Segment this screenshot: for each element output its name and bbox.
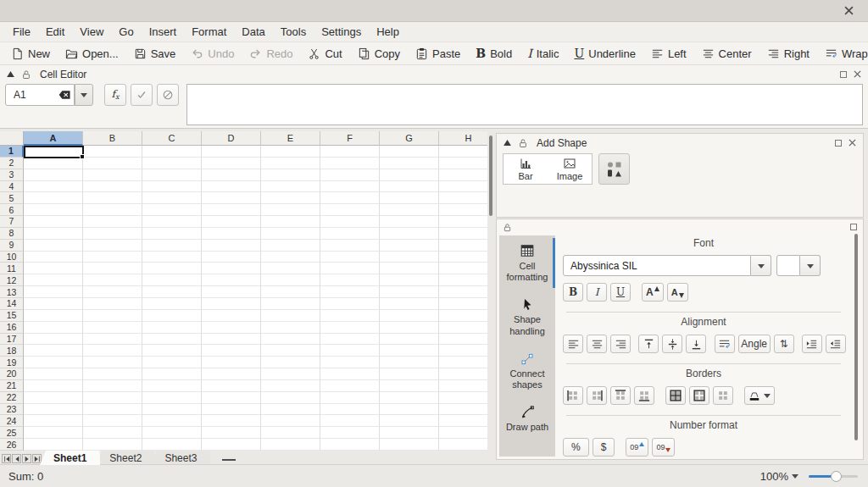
menu-insert[interactable]: Insert <box>142 23 185 41</box>
cell-F16[interactable] <box>320 322 380 334</box>
cell-C21[interactable] <box>142 380 202 392</box>
cell-B21[interactable] <box>83 380 142 392</box>
wrap-text-button[interactable] <box>715 335 735 353</box>
cell-C8[interactable] <box>142 228 202 240</box>
panel-tab-cell-formatting[interactable]: Cell formatting <box>499 235 555 291</box>
cell-B18[interactable] <box>83 345 142 357</box>
row-header-24[interactable]: 24 <box>0 415 24 427</box>
cell-D9[interactable] <box>202 240 261 252</box>
cell-G23[interactable] <box>380 404 439 416</box>
cell-G12[interactable] <box>380 274 439 286</box>
valign-middle-button[interactable] <box>662 335 682 353</box>
toolbar-button-italic[interactable]: IItalic <box>520 42 566 64</box>
cell-B2[interactable] <box>83 158 142 169</box>
row-header-2[interactable]: 2 <box>0 158 24 169</box>
cell-D10[interactable] <box>202 252 261 263</box>
cell-D8[interactable] <box>202 228 261 240</box>
cell-F11[interactable] <box>320 263 380 274</box>
cell-C15[interactable] <box>142 310 202 322</box>
cell-A5[interactable] <box>24 192 83 204</box>
cell-F7[interactable] <box>320 216 380 228</box>
cell-H10[interactable] <box>439 252 487 263</box>
cell-C3[interactable] <box>142 169 202 181</box>
zoom-slider[interactable] <box>809 471 858 482</box>
currency-button[interactable]: $ <box>593 438 615 457</box>
cell-E22[interactable] <box>261 392 320 404</box>
precision-decrease-button[interactable]: 09 <box>652 438 675 457</box>
cell-H13[interactable] <box>439 286 487 298</box>
cell-C12[interactable] <box>142 274 202 286</box>
last-sheet-button[interactable] <box>32 454 42 463</box>
cell-C14[interactable] <box>142 298 202 310</box>
row-header-6[interactable]: 6 <box>0 204 24 216</box>
valign-top-button[interactable] <box>638 335 659 353</box>
cell-B9[interactable] <box>83 240 142 252</box>
cell-A16[interactable] <box>24 322 83 334</box>
font-size-increase-button[interactable]: A <box>642 283 664 302</box>
cell-G19[interactable] <box>380 357 439 368</box>
float-panel-icon[interactable] <box>850 224 857 230</box>
cell-D23[interactable] <box>202 404 261 416</box>
sheet-tab-sheet3[interactable]: Sheet3 <box>151 451 210 465</box>
cell-D7[interactable] <box>202 216 261 228</box>
cell-D22[interactable] <box>202 392 261 404</box>
cell-F6[interactable] <box>320 204 380 216</box>
border-all-button[interactable] <box>665 386 686 405</box>
cell-E25[interactable] <box>261 427 320 439</box>
cell-D20[interactable] <box>202 368 261 380</box>
cell-E4[interactable] <box>261 181 320 193</box>
toolbar-button-paste[interactable]: Paste <box>408 42 468 64</box>
menu-view[interactable]: View <box>72 23 111 41</box>
panel-tab-draw-path[interactable]: Draw path <box>499 398 555 440</box>
window-close-button[interactable] <box>841 3 856 19</box>
column-header-H[interactable]: H <box>439 131 487 146</box>
cell-G25[interactable] <box>380 427 439 439</box>
cell-A22[interactable] <box>24 392 83 404</box>
toolbar-button-center[interactable]: Center <box>694 42 760 64</box>
cell-F1[interactable] <box>320 146 380 158</box>
cell-C1[interactable] <box>142 146 202 158</box>
cell-C16[interactable] <box>142 322 202 334</box>
shapes-collection-button[interactable] <box>598 153 630 185</box>
cell-H11[interactable] <box>439 263 487 274</box>
cell-H1[interactable] <box>439 146 487 158</box>
cell-A24[interactable] <box>24 415 83 427</box>
toolbar-button-new[interactable]: New <box>3 42 58 64</box>
cell-B17[interactable] <box>83 334 142 346</box>
cell-H20[interactable] <box>439 368 487 380</box>
cell-C23[interactable] <box>142 404 202 416</box>
float-docker-icon[interactable] <box>835 140 842 147</box>
lock-icon[interactable] <box>503 223 512 232</box>
row-header-1[interactable]: 1 <box>0 146 24 158</box>
cell-C5[interactable] <box>142 192 202 204</box>
cell-A21[interactable] <box>24 380 83 392</box>
cell-H6[interactable] <box>439 204 487 216</box>
cell-B16[interactable] <box>83 322 142 334</box>
cell-reference-dropdown[interactable] <box>75 84 93 106</box>
cell-G26[interactable] <box>380 439 439 451</box>
cell-F9[interactable] <box>320 240 380 252</box>
cell-H15[interactable] <box>439 310 487 322</box>
cell-D15[interactable] <box>202 310 261 322</box>
column-header-D[interactable]: D <box>202 131 261 146</box>
close-docker-icon[interactable] <box>854 70 861 78</box>
grid-vertical-scrollbar[interactable] <box>489 136 492 447</box>
cell-E2[interactable] <box>261 158 320 169</box>
cell-A7[interactable] <box>24 216 83 228</box>
cell-F15[interactable] <box>320 310 380 322</box>
cell-D14[interactable] <box>202 298 261 310</box>
cell-C11[interactable] <box>142 263 202 274</box>
vertical-text-button[interactable]: ⇅ <box>774 335 794 353</box>
cell-F20[interactable] <box>320 368 380 380</box>
cell-C2[interactable] <box>142 158 202 169</box>
menu-edit[interactable]: Edit <box>38 23 72 41</box>
cell-A20[interactable] <box>24 368 83 380</box>
cell-A18[interactable] <box>24 345 83 357</box>
cell-A15[interactable] <box>24 310 83 322</box>
cell-B23[interactable] <box>83 404 142 416</box>
row-header-12[interactable]: 12 <box>0 274 24 286</box>
cell-A14[interactable] <box>24 298 83 310</box>
cell-C13[interactable] <box>142 286 202 298</box>
cell-H25[interactable] <box>439 427 487 439</box>
cell-F14[interactable] <box>320 298 380 310</box>
